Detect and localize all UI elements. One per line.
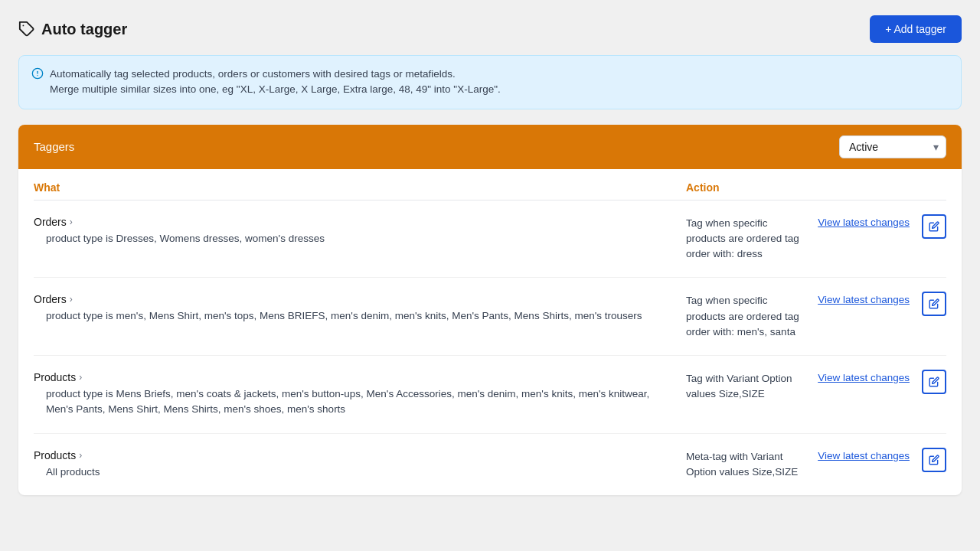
title-group: Auto tagger [18, 21, 127, 38]
chevron-right-icon: › [70, 217, 73, 227]
action-text: Tag when specific products are ordered t… [686, 216, 805, 262]
col-header-what: What [34, 181, 686, 194]
table-content: What Action Orders › product type is Dre… [18, 169, 962, 496]
table-row: Products › All products Meta-tag with Va… [34, 434, 946, 496]
what-cell: Products › product type is Mens Briefs, … [34, 371, 686, 418]
view-latest-changes-link[interactable]: View latest changes [818, 216, 910, 230]
info-text: Automatically tag selected products, ord… [50, 67, 501, 98]
table-row: Orders › product type is Dresses, Womens… [34, 201, 946, 279]
taggers-label: Taggers [34, 140, 74, 153]
chevron-right-icon: › [79, 450, 82, 461]
add-tagger-button[interactable]: + Add tagger [870, 15, 962, 43]
page-title: Auto tagger [41, 21, 127, 38]
condition-text: All products [34, 465, 671, 480]
entity-type: Orders › [34, 216, 671, 228]
condition-text: product type is Mens Briefs, men's coats… [34, 386, 671, 418]
entity-type: Orders › [34, 293, 671, 305]
view-latest-changes-link[interactable]: View latest changes [818, 449, 910, 464]
tag-icon [18, 21, 35, 37]
chevron-right-icon: › [79, 372, 82, 383]
info-banner: Automatically tag selected products, ord… [18, 55, 962, 109]
what-cell: Orders › product type is men's, Mens Shi… [34, 293, 686, 324]
chevron-right-icon: › [70, 294, 73, 305]
what-cell: Orders › product type is Dresses, Womens… [34, 216, 686, 246]
info-icon [31, 67, 44, 82]
action-cell: Tag with Variant Option values Size,SIZE… [686, 371, 946, 403]
view-latest-changes-link[interactable]: View latest changes [818, 293, 910, 308]
condition-text: product type is men's, Mens Shirt, men's… [34, 308, 671, 324]
action-text: Tag with Variant Option values Size,SIZE [686, 371, 805, 403]
action-text: Tag when specific products are ordered t… [686, 293, 805, 340]
entity-type: Products › [34, 371, 671, 383]
col-header-action: Action [686, 181, 946, 194]
action-cell: Meta-tag with Variant Option values Size… [686, 449, 946, 481]
action-cell: Tag when specific products are ordered t… [686, 216, 946, 262]
status-select-wrapper[interactable]: Active Inactive All ▾ [839, 135, 946, 158]
entity-type: Products › [34, 449, 671, 461]
taggers-header: Taggers Active Inactive All ▾ [18, 125, 962, 169]
edit-button[interactable] [922, 448, 946, 472]
edit-button[interactable] [922, 214, 946, 239]
view-latest-changes-link[interactable]: View latest changes [818, 371, 910, 386]
table-row: Orders › product type is men's, Mens Shi… [34, 278, 946, 356]
edit-button[interactable] [922, 370, 946, 394]
condition-text: product type is Dresses, Womens dresses,… [34, 231, 671, 246]
edit-button[interactable] [922, 292, 946, 316]
column-headers: What Action [34, 169, 946, 201]
action-text: Meta-tag with Variant Option values Size… [686, 449, 805, 481]
what-cell: Products › All products [34, 449, 686, 480]
action-cell: Tag when specific products are ordered t… [686, 293, 946, 340]
table-row: Products › product type is Mens Briefs, … [34, 356, 946, 434]
taggers-card: Taggers Active Inactive All ▾ What Actio… [18, 125, 962, 496]
status-select[interactable]: Active Inactive All [839, 135, 946, 158]
page-header: Auto tagger + Add tagger [18, 15, 962, 43]
